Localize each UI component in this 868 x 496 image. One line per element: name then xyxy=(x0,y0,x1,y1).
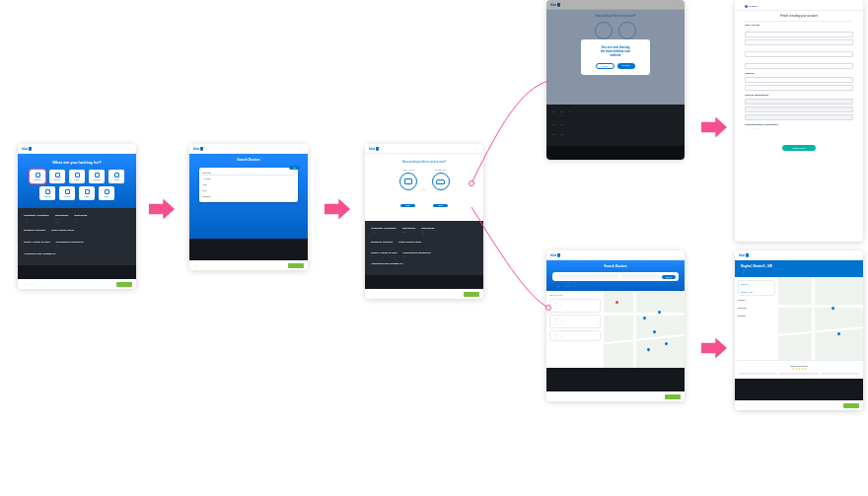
cancel-button[interactable]: Cancel xyxy=(596,63,614,69)
footer: Language Assistance— —— Questions?— — Di… xyxy=(365,221,483,275)
topbar: blue — — — xyxy=(189,144,308,154)
tile[interactable]: Hospital xyxy=(59,186,75,200)
pin-icon[interactable] xyxy=(664,341,668,345)
screen-virtual-or-office: blue — — — How would you like to access … xyxy=(365,144,483,299)
tile[interactable]: Other xyxy=(99,186,114,200)
tile[interactable]: Dental xyxy=(49,170,65,183)
form-title: Finish creating your account xyxy=(745,14,853,18)
action-link[interactable]: Save xyxy=(750,292,754,293)
rx-icon xyxy=(95,173,100,177)
secure-badge xyxy=(665,394,681,399)
result-count: showing results xyxy=(549,294,601,297)
page-title: Search Doctors xyxy=(546,264,685,268)
office-visit-option[interactable]: OFFICE VISIT Select xyxy=(432,169,450,210)
nav-links: — — — xyxy=(125,148,132,150)
tile[interactable]: Pharmacy xyxy=(89,170,105,183)
search-bar: Search xyxy=(552,272,679,281)
arrow-icon xyxy=(701,114,727,140)
hospital-icon xyxy=(65,189,70,194)
continue-button[interactable]: Continue xyxy=(617,63,635,69)
apply-button[interactable]: Go xyxy=(289,166,300,170)
screen-leaving-modal: blue — — — How would you like to access … xyxy=(546,0,685,160)
hero-title: What are you looking for? xyxy=(24,160,130,165)
or-divider: OR xyxy=(423,188,426,190)
pin-icon[interactable] xyxy=(646,347,650,351)
arrow-icon xyxy=(325,196,350,222)
modal-overlay: You are now leavingthe blueshieldca.comw… xyxy=(546,10,685,105)
hero: Search Doctors Search — — — — — — — — — … xyxy=(546,260,685,291)
you-pin-icon xyxy=(615,300,618,304)
results-list[interactable]: showing results — — — — — — —— — — — — —… xyxy=(546,291,604,368)
brand-logo: blue xyxy=(22,147,32,151)
doctor-icon xyxy=(36,173,40,177)
shield-icon xyxy=(200,147,203,151)
chevron-down-icon: ▾ xyxy=(294,172,295,174)
input[interactable] xyxy=(745,32,853,37)
dropdown-label: Plan Type xyxy=(202,172,211,174)
footer: ———————— ———— ———— xyxy=(546,105,685,146)
doctor-sidebar: Overview — — — —— — Schedule Save Locati… xyxy=(735,277,778,360)
tile[interactable]: Vision xyxy=(69,170,85,183)
result-card[interactable]: — — — — — — —— — xyxy=(549,299,601,313)
input[interactable] xyxy=(745,114,853,120)
map[interactable] xyxy=(604,291,685,368)
search-input[interactable] xyxy=(555,274,618,279)
arrow-icon xyxy=(701,335,727,361)
input[interactable] xyxy=(745,99,853,105)
address-card: Overview — — — —— — Schedule Save xyxy=(738,280,775,296)
pin-icon[interactable] xyxy=(831,306,834,310)
tile[interactable]: Mental xyxy=(108,170,124,183)
secure-badge xyxy=(464,292,479,297)
car-icon xyxy=(436,179,445,184)
search-button[interactable]: Search xyxy=(662,275,676,279)
pin-icon[interactable] xyxy=(652,329,656,333)
input[interactable] xyxy=(745,63,853,69)
dropdown-panel[interactable]: Plan Type ▾ • All plans HMO PPO Medicare… xyxy=(199,168,298,202)
tile[interactable]: Labs xyxy=(79,186,95,200)
teladoc-logo: Teladoc xyxy=(745,5,853,8)
option[interactable]: Medicare xyxy=(202,193,295,199)
result-card[interactable]: — — — — — — — xyxy=(549,330,601,341)
input[interactable] xyxy=(745,51,853,57)
hero: How would you like to access care? VIRTU… xyxy=(365,154,483,221)
star-icons: ★★★★★ xyxy=(739,367,859,371)
tile-row: Urgent Hospital Labs Other xyxy=(24,186,130,200)
input[interactable] xyxy=(745,77,853,83)
select-office-button[interactable]: Select xyxy=(433,204,447,207)
tile-doctors[interactable]: Doctors xyxy=(30,170,45,183)
urgent-icon xyxy=(45,189,50,194)
option[interactable]: All plans xyxy=(203,177,211,179)
screen-homepage: blue — — — What are you looking for? Doc… xyxy=(18,144,136,289)
foot xyxy=(546,146,685,160)
action-link[interactable]: Schedule xyxy=(741,292,748,293)
secure-badge xyxy=(116,282,132,287)
result-card[interactable]: — — — — — — —— — xyxy=(549,315,601,328)
pin-icon xyxy=(105,189,109,194)
map[interactable] xyxy=(778,277,863,360)
input[interactable] xyxy=(745,39,853,45)
foot xyxy=(365,275,483,289)
topbar: blue — — — xyxy=(365,144,483,154)
tooth-icon xyxy=(55,173,60,177)
foot xyxy=(189,239,308,260)
foot xyxy=(18,265,136,279)
select-virtual-button[interactable]: Select xyxy=(400,204,414,207)
location-input[interactable] xyxy=(621,274,659,279)
input[interactable] xyxy=(745,106,853,112)
screen-search-dropdown: blue — — — Search Doctors Plan Type ▾ • … xyxy=(189,144,308,270)
page-title: How would you like to access care? xyxy=(371,160,477,164)
create-account-button[interactable]: Create account xyxy=(782,145,816,151)
secure-badge xyxy=(843,403,859,408)
shield-icon xyxy=(29,147,32,151)
input[interactable] xyxy=(745,85,853,91)
footer-lang: Language Assistance— — —— — Questions?— … xyxy=(18,208,136,265)
virtual-visit-option[interactable]: VIRTUAL VISIT Select xyxy=(399,169,417,210)
hero: What are you looking for? Doctors Dental… xyxy=(18,154,136,208)
tile[interactable]: Urgent xyxy=(39,186,55,200)
pin-icon[interactable] xyxy=(836,331,840,335)
topbar: blue — — — xyxy=(546,0,685,10)
doctor-name: Mughal, Shazia K., MD — — —— — xyxy=(735,260,863,277)
hero: Search Doctors Plan Type ▾ • All plans H… xyxy=(189,154,308,239)
pin-icon[interactable] xyxy=(642,316,646,319)
shield-icon xyxy=(557,253,560,257)
